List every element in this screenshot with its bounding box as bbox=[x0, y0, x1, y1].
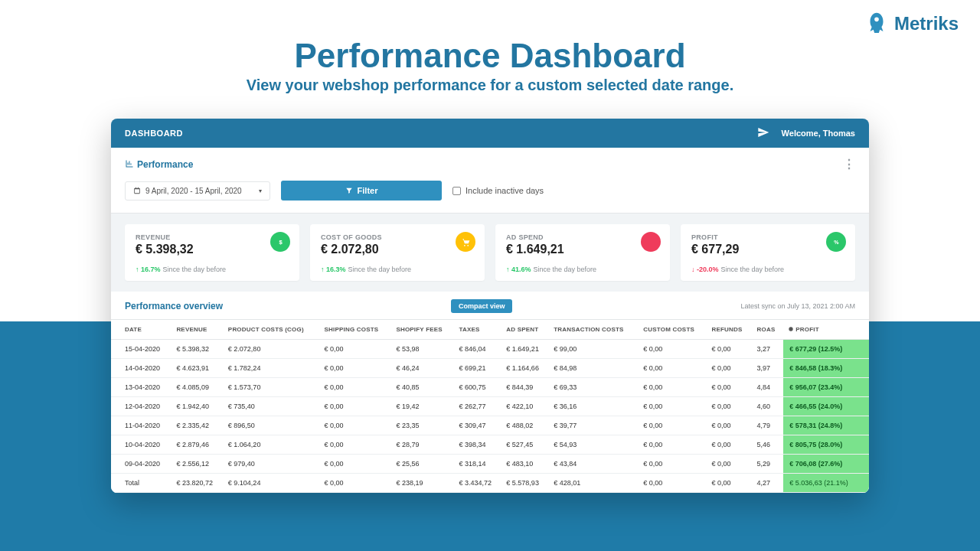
table-cell: € 0,00 bbox=[639, 359, 707, 378]
table-header[interactable]: REVENUE bbox=[172, 320, 223, 340]
table-header[interactable]: AD SPENT bbox=[501, 320, 549, 340]
table-cell: 11-04-2020 bbox=[111, 416, 172, 435]
profit-cell: € 466,55 (24.0%) bbox=[783, 397, 869, 416]
svg-text:$: $ bbox=[279, 239, 283, 246]
profit-cell: € 805,75 (28.0%) bbox=[783, 435, 869, 455]
kpi-chip-icon bbox=[456, 232, 475, 252]
sync-text: Latest sync on July 13, 2021 2:00 AM bbox=[740, 302, 855, 310]
performance-panel: Performance ⋮ 9 April, 2020 - 15 April, … bbox=[111, 148, 869, 214]
table-cell: € 0,00 bbox=[320, 359, 392, 378]
table-cell: € 1.064,20 bbox=[224, 435, 320, 455]
table-cell: € 318,14 bbox=[455, 455, 502, 474]
kpi-chip-icon: % bbox=[826, 232, 846, 252]
table-cell: € 0,00 bbox=[320, 455, 392, 474]
table-cell: € 0,00 bbox=[320, 435, 392, 455]
table-cell: € 0,00 bbox=[707, 416, 753, 435]
kpi-row: $ REVENUE € 5.398,32 ↑ 16.7% Since the d… bbox=[111, 214, 869, 292]
table-cell: 3,27 bbox=[753, 340, 784, 359]
welcome-text: Welcome, Thomas bbox=[782, 129, 855, 138]
panel-menu-icon[interactable]: ⋮ bbox=[843, 157, 855, 171]
table-header[interactable]: PRODUCT COSTS (COG) bbox=[224, 320, 320, 340]
table-cell: € 40,85 bbox=[391, 378, 454, 397]
table-cell: € 53,98 bbox=[391, 340, 454, 359]
table-cell: € 979,40 bbox=[224, 455, 320, 474]
table-header[interactable]: SHOPIFY FEES bbox=[391, 320, 454, 340]
table-cell: 5,46 bbox=[753, 435, 784, 455]
send-icon[interactable] bbox=[757, 126, 769, 140]
profit-cell: € 956,07 (23.4%) bbox=[783, 378, 869, 397]
kpi-label: REVENUE bbox=[136, 233, 289, 241]
table-cell: € 5.578,93 bbox=[501, 474, 549, 493]
chart-icon bbox=[125, 159, 134, 168]
table-cell: € 896,50 bbox=[224, 416, 320, 435]
table-cell: € 422,10 bbox=[501, 397, 549, 416]
table-header[interactable]: ROAS bbox=[753, 320, 784, 340]
table-cell: € 54,93 bbox=[549, 435, 639, 455]
kpi-delta: ↑ 41.6% Since the day before bbox=[506, 266, 659, 273]
topbar: DASHBOARD Welcome, Thomas bbox=[111, 119, 869, 148]
checkbox-icon bbox=[452, 187, 461, 195]
kpi-card-0: $ REVENUE € 5.398,32 ↑ 16.7% Since the d… bbox=[125, 224, 299, 281]
table-cell: € 19,42 bbox=[391, 397, 454, 416]
table-cell: € 735,40 bbox=[224, 397, 320, 416]
hero-subtitle: View your webshop performance for a cust… bbox=[0, 77, 980, 94]
table-header[interactable]: SHIPPING COSTS bbox=[320, 320, 392, 340]
table-row: 12-04-2020€ 1.942,40€ 735,40€ 0,00€ 19,4… bbox=[111, 397, 869, 416]
table-cell: € 23.820,72 bbox=[172, 474, 223, 493]
table-cell: € 5.398,32 bbox=[172, 340, 223, 359]
table-cell: € 9.104,24 bbox=[224, 474, 320, 493]
table-header[interactable]: TRANSACTION COSTS bbox=[549, 320, 639, 340]
table-header[interactable]: PROFIT bbox=[783, 320, 869, 340]
compact-view-button[interactable]: Compact view bbox=[451, 299, 513, 313]
table-cell: € 3.434,72 bbox=[455, 474, 502, 493]
profit-cell: € 846,58 (18.3%) bbox=[783, 359, 869, 378]
table-cell: € 0,00 bbox=[639, 416, 707, 435]
table-header[interactable]: DATE bbox=[111, 320, 172, 340]
table-cell: € 2.556,12 bbox=[172, 455, 223, 474]
kpi-card-1: COST OF GOODS € 2.072,80 ↑ 16.3% Since t… bbox=[310, 224, 485, 281]
kpi-value: € 677,29 bbox=[691, 243, 844, 256]
table-cell: 4,79 bbox=[753, 416, 784, 435]
table-row: 09-04-2020€ 2.556,12€ 979,40€ 0,00€ 25,5… bbox=[111, 455, 869, 474]
include-inactive-checkbox[interactable]: Include inactive days bbox=[452, 186, 544, 195]
performance-table: DATEREVENUEPRODUCT COSTS (COG)SHIPPING C… bbox=[111, 319, 869, 493]
table-cell: € 1.164,66 bbox=[501, 359, 549, 378]
kpi-label: COST OF GOODS bbox=[321, 233, 474, 241]
table-row: 11-04-2020€ 2.335,42€ 896,50€ 0,00€ 23,3… bbox=[111, 416, 869, 435]
table-row: 10-04-2020€ 2.879,46€ 1.064,20€ 0,00€ 28… bbox=[111, 435, 869, 455]
table-cell: Total bbox=[111, 474, 172, 493]
table-cell: 4,60 bbox=[753, 397, 784, 416]
table-title: Performance overview bbox=[125, 301, 223, 311]
filter-button[interactable]: Filter bbox=[281, 181, 442, 201]
svg-text:%: % bbox=[834, 240, 839, 245]
topbar-title: DASHBOARD bbox=[125, 129, 183, 138]
table-cell: € 699,21 bbox=[455, 359, 502, 378]
profit-cell: € 706,08 (27.6%) bbox=[783, 455, 869, 474]
table-header[interactable]: REFUNDS bbox=[707, 320, 753, 340]
kpi-label: PROFIT bbox=[691, 233, 844, 241]
table-cell: € 483,10 bbox=[501, 455, 549, 474]
table-cell: 10-04-2020 bbox=[111, 435, 172, 455]
table-cell: € 0,00 bbox=[707, 455, 753, 474]
table-cell: € 43,84 bbox=[549, 455, 639, 474]
profit-cell: € 5.036,63 (21.1%) bbox=[783, 474, 869, 493]
table-cell: € 0,00 bbox=[639, 455, 707, 474]
table-cell: 5,29 bbox=[753, 455, 784, 474]
table-cell: € 527,45 bbox=[501, 435, 549, 455]
table-cell: 3,97 bbox=[753, 359, 784, 378]
app-window: DASHBOARD Welcome, Thomas Performance ⋮ … bbox=[111, 119, 869, 493]
table-cell: € 2.879,46 bbox=[172, 435, 223, 455]
kpi-card-3: % PROFIT € 677,29 ↓ -20.0% Since the day… bbox=[681, 224, 855, 281]
table-cell: € 398,34 bbox=[455, 435, 502, 455]
table-header[interactable]: TAXES bbox=[455, 320, 502, 340]
date-range-picker[interactable]: 9 April, 2020 - 15 April, 2020 ▾ bbox=[125, 181, 270, 201]
table-cell: € 0,00 bbox=[639, 340, 707, 359]
kpi-card-2: AD SPEND € 1.649,21 ↑ 41.6% Since the da… bbox=[495, 224, 670, 281]
table-cell: € 600,75 bbox=[455, 378, 502, 397]
table-cell: € 23,35 bbox=[391, 416, 454, 435]
svg-point-2 bbox=[467, 244, 469, 246]
table-header[interactable]: CUSTOM COSTS bbox=[639, 320, 707, 340]
table-cell: € 0,00 bbox=[707, 397, 753, 416]
table-cell: € 488,02 bbox=[501, 416, 549, 435]
kpi-chip-icon bbox=[641, 232, 661, 252]
